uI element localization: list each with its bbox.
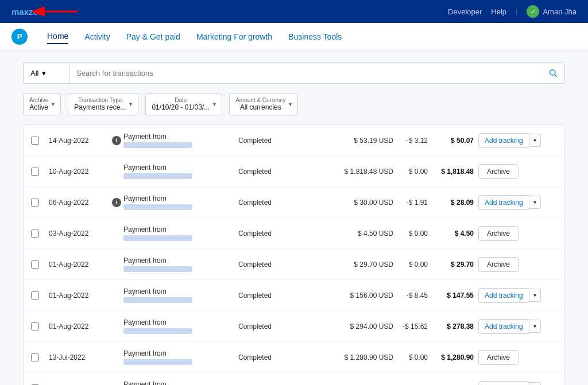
transaction-net: $ 1,280.90 xyxy=(432,353,478,361)
date-filter-label: Date xyxy=(152,97,210,103)
search-icon[interactable] xyxy=(541,63,564,83)
table-row: 03-Aug-2022 Payment from Completed $ 4.5… xyxy=(24,218,564,249)
transaction-info-col: i xyxy=(110,198,123,207)
transaction-action: Add tracking▾ xyxy=(478,381,564,385)
table-row: 06-Aug-2022 i Payment from Completed $ 3… xyxy=(24,187,564,218)
date-filter-value: 01/10/20 - 01/03/... xyxy=(152,103,210,111)
row-checkbox[interactable] xyxy=(31,260,39,269)
transaction-net: $ 50.07 xyxy=(432,137,478,145)
transaction-info-col: i xyxy=(110,136,123,145)
tracking-dropdown-chevron[interactable]: ▾ xyxy=(529,382,541,386)
row-checkbox[interactable] xyxy=(31,353,39,361)
user-badge[interactable]: ✓ Aman Jha xyxy=(527,5,577,18)
transaction-status: Completed xyxy=(238,168,341,176)
date-filter[interactable]: Date 01/10/20 - 01/03/... ▾ xyxy=(145,93,222,115)
brand-name: maxzob xyxy=(11,7,44,17)
transaction-net: $ 278.38 xyxy=(432,322,478,330)
divider: | xyxy=(516,7,517,16)
search-input[interactable] xyxy=(69,63,541,83)
add-tracking-button[interactable]: Add tracking xyxy=(478,319,529,334)
transaction-net: $ 147.55 xyxy=(432,291,478,300)
archive-button[interactable]: Archive xyxy=(478,164,519,179)
main-content: All ▾ Archive Active ▾ Transaction Type … xyxy=(0,50,588,385)
transaction-fee: $ 0.00 xyxy=(398,260,432,269)
archive-button[interactable]: Archive xyxy=(478,257,519,272)
archive-filter-label: Archive xyxy=(29,97,48,103)
tracking-dropdown-chevron[interactable]: ▾ xyxy=(529,196,541,209)
add-tracking-button[interactable]: Add tracking xyxy=(478,381,529,385)
transaction-action: Add tracking▾ xyxy=(478,195,564,210)
row-checkbox[interactable] xyxy=(31,199,39,207)
top-bar-right: Developer Help | ✓ Aman Jha xyxy=(448,5,577,18)
nav-activity[interactable]: Activity xyxy=(84,30,110,44)
user-name: Aman Jha xyxy=(543,7,577,16)
row-checkbox[interactable] xyxy=(31,137,39,145)
transaction-description: Payment from xyxy=(123,164,238,180)
archive-button[interactable]: Archive xyxy=(478,226,519,241)
help-link[interactable]: Help xyxy=(491,7,506,16)
search-filter-value: All xyxy=(30,69,38,77)
transaction-description: Payment from xyxy=(123,380,238,385)
table-row: 10-Jul-2022 Payment from Completed $ 43.… xyxy=(24,373,564,385)
tracking-dropdown-chevron[interactable]: ▾ xyxy=(529,320,541,333)
amount-currency-filter[interactable]: Amount & Currency All currencies ▾ xyxy=(229,93,298,115)
nav-business-tools[interactable]: Business Tools xyxy=(288,30,342,44)
transactions-table: 14-Aug-2022 i Payment from Completed $ 5… xyxy=(23,125,565,385)
transaction-date: 01-Aug-2022 xyxy=(47,322,110,330)
tracking-dropdown-chevron[interactable]: ▾ xyxy=(529,134,541,147)
transaction-status: Completed xyxy=(238,322,341,330)
transaction-status: Completed xyxy=(238,260,341,269)
nav-pay-get-paid[interactable]: Pay & Get paid xyxy=(126,30,180,44)
search-filter-dropdown[interactable]: All ▾ xyxy=(24,63,69,83)
transaction-type-chevron-icon: ▾ xyxy=(129,101,132,107)
transaction-date: 06-Aug-2022 xyxy=(47,199,110,207)
add-tracking-button[interactable]: Add tracking xyxy=(478,195,529,210)
transaction-action: Add tracking▾ xyxy=(478,288,564,303)
top-bar: maxzob Developer Help | ✓ Aman Jha xyxy=(0,0,588,23)
secondary-nav: P Home Activity Pay & Get paid Marketing… xyxy=(0,23,588,50)
archive-filter[interactable]: Archive Active ▾ xyxy=(23,93,61,115)
transaction-description: Payment from xyxy=(123,349,238,365)
transaction-action: Archive xyxy=(478,257,564,272)
tracking-dropdown-chevron[interactable]: ▾ xyxy=(529,289,541,302)
transaction-action: Archive xyxy=(478,350,564,365)
row-checkbox[interactable] xyxy=(31,291,39,300)
add-tracking-button[interactable]: Add tracking xyxy=(478,133,529,148)
row-checkbox-col xyxy=(24,322,47,330)
nav-home[interactable]: Home xyxy=(47,29,68,44)
transaction-status: Completed xyxy=(238,230,341,238)
paypal-logo: P xyxy=(11,29,28,45)
info-icon[interactable]: i xyxy=(112,198,121,207)
transaction-type-filter[interactable]: Transaction Type Payments rece... ▾ xyxy=(68,93,138,115)
transaction-type-value: Payments rece... xyxy=(74,103,126,111)
row-checkbox[interactable] xyxy=(31,322,39,330)
row-checkbox[interactable] xyxy=(31,230,39,238)
transaction-action: Add tracking▾ xyxy=(478,133,564,148)
transaction-amount: $ 4.50 USD xyxy=(341,230,398,238)
transaction-action: Archive xyxy=(478,226,564,241)
table-row: 14-Aug-2022 i Payment from Completed $ 5… xyxy=(24,125,564,156)
row-checkbox-col xyxy=(24,291,47,300)
transaction-date: 03-Aug-2022 xyxy=(47,230,110,238)
nav-marketing[interactable]: Marketing For growth xyxy=(196,30,272,44)
transaction-amount: $ 53.19 USD xyxy=(341,137,398,145)
transaction-status: Completed xyxy=(238,199,341,207)
developer-link[interactable]: Developer xyxy=(448,7,482,16)
row-checkbox-col xyxy=(24,230,47,238)
info-icon[interactable]: i xyxy=(112,136,121,145)
transaction-fee: $ 0.00 xyxy=(398,230,432,238)
add-tracking-button[interactable]: Add tracking xyxy=(478,288,529,303)
transaction-net: $ 28.09 xyxy=(432,199,478,207)
archive-button[interactable]: Archive xyxy=(478,350,519,365)
transaction-action: Archive xyxy=(478,164,564,179)
transaction-description: Payment from xyxy=(123,318,238,335)
transaction-amount: $ 294.00 USD xyxy=(341,322,398,330)
row-checkbox[interactable] xyxy=(31,168,39,176)
transaction-fee: -$ 1.91 xyxy=(398,199,432,207)
transaction-amount: $ 156.00 USD xyxy=(341,291,398,300)
transaction-description: Payment from xyxy=(123,133,238,149)
transaction-type-label: Transaction Type xyxy=(74,97,126,103)
transaction-status: Completed xyxy=(238,291,341,300)
transaction-amount: $ 29.70 USD xyxy=(341,260,398,269)
transaction-status: Completed xyxy=(238,353,341,361)
